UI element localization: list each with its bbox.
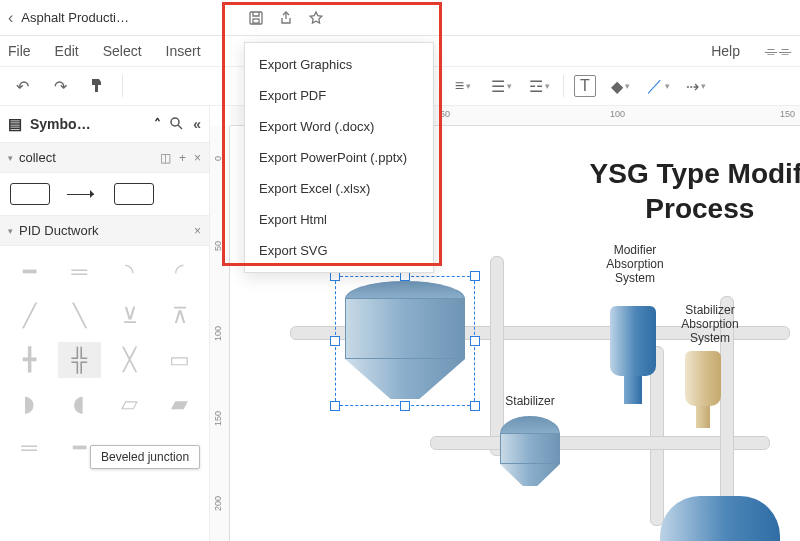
export-html[interactable]: Export Html <box>245 204 433 235</box>
export-pdf[interactable]: Export PDF <box>245 80 433 111</box>
svg-rect-2 <box>95 85 98 92</box>
duct-symbol[interactable]: ◜ <box>159 254 201 290</box>
pipe <box>430 436 770 450</box>
connector-icon[interactable]: ⇢ <box>682 72 710 100</box>
svg-rect-0 <box>250 12 262 24</box>
menu-edit[interactable]: Edit <box>55 43 79 59</box>
export-svg[interactable]: Export SVG <box>245 235 433 266</box>
section-ductwork[interactable]: ▾ PID Ductwork × <box>0 216 209 246</box>
symbols-icon: ▤ <box>8 115 22 133</box>
shape-rect[interactable] <box>10 183 50 205</box>
duct-symbol[interactable]: ╱ <box>8 298 50 334</box>
label-modifier-absorption: Modifier Absorption System <box>590 244 680 285</box>
chevron-down-icon: ▾ <box>8 153 13 163</box>
close-icon[interactable]: × <box>194 151 201 165</box>
tank-large[interactable] <box>660 496 780 541</box>
label-stabilizer-absorption: Stabilizer Absorption System <box>665 304 755 345</box>
line-icon[interactable]: ／ <box>644 72 672 100</box>
duct-symbol[interactable]: ⊻ <box>109 298 151 334</box>
tank-stabilizer-absorption[interactable] <box>685 351 721 428</box>
share-icon[interactable] <box>275 7 297 29</box>
label-stabilizer: Stabilizer <box>500 394 560 408</box>
align-icon[interactable]: ≡ <box>449 72 477 100</box>
star-icon[interactable] <box>305 7 327 29</box>
duct-symbol[interactable]: ◗ <box>8 386 50 422</box>
add-icon[interactable]: + <box>179 151 186 165</box>
text-tool-icon[interactable]: T <box>574 75 596 97</box>
export-word[interactable]: Export Word (.docx) <box>245 111 433 142</box>
diagram-title: YSG Type Modifi Process <box>590 156 800 226</box>
duct-symbol[interactable]: ━ <box>8 254 50 290</box>
duct-symbol[interactable]: ▱ <box>109 386 151 422</box>
menu-insert[interactable]: Insert <box>166 43 201 59</box>
back-icon[interactable]: ‹ <box>8 9 13 27</box>
document-title: Asphalt Producti… <box>21 10 129 25</box>
duct-symbol[interactable]: ╳ <box>109 342 151 378</box>
fill-icon[interactable]: ◆ <box>606 72 634 100</box>
vessel-stabilizer[interactable] <box>500 416 560 486</box>
search-icon[interactable] <box>169 116 183 133</box>
duct-beveled-junction[interactable]: ╬ <box>58 342 100 378</box>
format-painter-icon[interactable] <box>84 72 112 100</box>
duct-symbol[interactable]: ╋ <box>8 342 50 378</box>
duct-symbol[interactable]: ⊼ <box>159 298 201 334</box>
export-powerpoint[interactable]: Export PowerPoint (.pptx) <box>245 142 433 173</box>
export-graphics[interactable]: Export Graphics <box>245 49 433 80</box>
duct-symbol[interactable]: ◝ <box>109 254 151 290</box>
save-icon[interactable] <box>245 7 267 29</box>
menu-help[interactable]: Help <box>711 43 740 59</box>
symbols-panel-title: Symbo… <box>30 116 146 132</box>
export-excel[interactable]: Export Excel (.xlsx) <box>245 173 433 204</box>
collapse-up-icon[interactable]: ˄ <box>154 116 161 132</box>
section-collect[interactable]: ▾ collect ◫ + × <box>0 143 209 173</box>
redo-icon[interactable]: ↷ <box>46 72 74 100</box>
open-icon[interactable]: ◫ <box>160 151 171 165</box>
menu-file[interactable]: File <box>8 43 31 59</box>
menu-select[interactable]: Select <box>103 43 142 59</box>
duct-symbol[interactable]: ▰ <box>159 386 201 422</box>
collapse-left-icon[interactable]: « <box>193 116 201 133</box>
selection-box[interactable] <box>335 276 475 406</box>
duct-symbol[interactable]: ╲ <box>58 298 100 334</box>
chevron-down-icon: ▾ <box>8 226 13 236</box>
shape-arrow[interactable] <box>62 183 102 205</box>
undo-icon[interactable]: ↶ <box>8 72 36 100</box>
close-icon[interactable]: × <box>194 224 201 238</box>
shape-rect-2[interactable] <box>114 183 154 205</box>
duct-symbol[interactable]: ═ <box>58 254 100 290</box>
duct-symbol[interactable]: ▭ <box>159 342 201 378</box>
duct-symbol[interactable]: ◖ <box>58 386 100 422</box>
duct-symbol[interactable]: ═ <box>8 430 50 466</box>
list-icon[interactable]: ☲ <box>525 72 553 100</box>
svg-rect-1 <box>253 19 259 23</box>
glasses-icon[interactable]: ⌯⌯ <box>764 43 792 59</box>
tooltip: Beveled junction <box>90 445 200 469</box>
line-spacing-icon[interactable]: ☰ <box>487 72 515 100</box>
export-menu: Export Graphics Export PDF Export Word (… <box>244 42 434 273</box>
svg-point-3 <box>171 118 179 126</box>
tank-modifier-absorption[interactable] <box>610 306 656 404</box>
ruler-vertical: 0 50 100 150 200 <box>210 126 230 541</box>
